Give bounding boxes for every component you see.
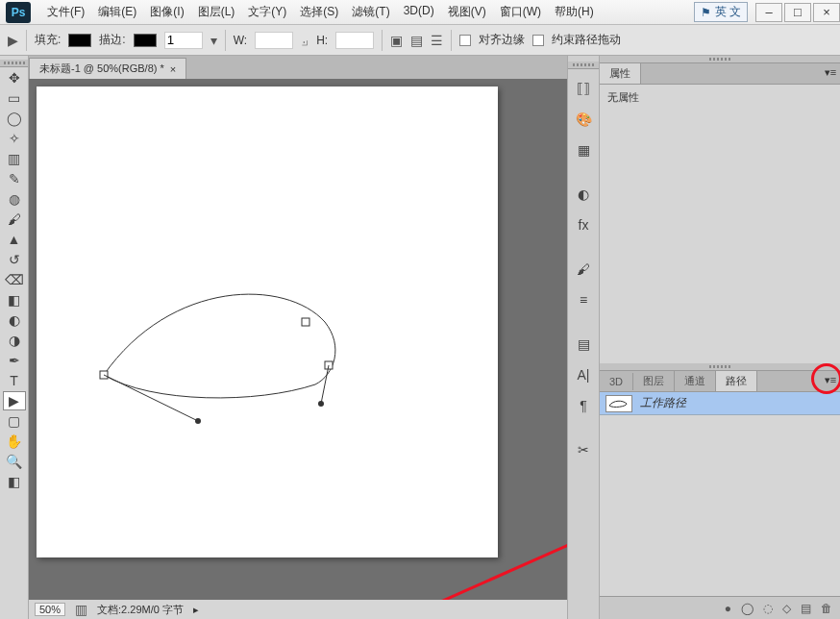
menu-filter[interactable]: 滤镜(T) <box>347 2 394 22</box>
lang-label: 英 文 <box>715 4 741 20</box>
canvas-viewport[interactable] <box>29 79 567 600</box>
document-tab-close[interactable]: × <box>170 63 176 75</box>
path-align-icon[interactable]: ▤ <box>410 33 423 48</box>
status-bar: 50% ▥ 文档:2.29M/0 字节 ▸ <box>29 600 567 619</box>
svg-rect-1 <box>302 318 309 326</box>
pen-tool[interactable]: ✒ <box>3 351 26 370</box>
properties-tab[interactable]: 属性 <box>600 63 641 84</box>
zoom-tool[interactable]: 🔍 <box>3 452 26 471</box>
height-input[interactable] <box>335 32 374 49</box>
tab-3d[interactable]: 3D <box>600 373 633 390</box>
marquee-tool[interactable]: ▭ <box>3 88 26 108</box>
color-panel-icon[interactable]: 🎨 <box>572 108 595 131</box>
shape-tool[interactable]: ▢ <box>3 411 26 431</box>
menu-file[interactable]: 文件(F) <box>42 2 89 22</box>
paragraph-panel-icon[interactable]: ¶ <box>572 394 595 417</box>
hand-tool[interactable]: ✋ <box>3 432 26 451</box>
zoom-field[interactable]: 50% <box>35 603 65 616</box>
document-tab[interactable]: 未标题-1 @ 50%(RGB/8) * × <box>29 58 186 79</box>
panel-grip-mid[interactable] <box>600 363 840 371</box>
constrain-path-checkbox[interactable] <box>532 35 544 46</box>
delete-path-icon[interactable]: 🗑 <box>821 602 832 615</box>
toolbox-grip[interactable] <box>0 60 28 67</box>
clone-stamp-tool[interactable]: ▲ <box>3 230 26 249</box>
menu-window[interactable]: 窗口(W) <box>495 2 546 22</box>
stroke-swatch[interactable] <box>134 34 157 47</box>
work-path-label: 工作路径 <box>640 395 686 411</box>
color-swap-tool[interactable]: ◧ <box>3 472 26 491</box>
swatches-panel-icon[interactable]: ▦ <box>572 138 595 161</box>
layers-mini-icon[interactable]: ▤ <box>572 333 595 356</box>
magic-wand-tool[interactable]: ✧ <box>3 129 26 148</box>
gradient-tool[interactable]: ◧ <box>3 290 26 310</box>
eraser-tool[interactable]: ⌫ <box>3 270 26 289</box>
brush-tool[interactable]: 🖌 <box>3 210 26 229</box>
work-path-row[interactable]: 工作路径 <box>600 392 840 415</box>
character-panel-icon[interactable]: A| <box>572 363 595 386</box>
blur-tool[interactable]: ◐ <box>3 310 26 330</box>
menu-image[interactable]: 图像(I) <box>145 2 188 22</box>
menu-help[interactable]: 帮助(H) <box>550 2 599 22</box>
menu-3d[interactable]: 3D(D) <box>399 2 439 22</box>
options-bar: ▶ 填充: 描边: ▾ W: ⟓ H: ▣ ▤ ☰ 对齐边缘 约束路径拖动 <box>0 25 840 56</box>
align-edges-label: 对齐边缘 <box>479 32 525 48</box>
fill-path-icon[interactable]: ● <box>725 602 731 615</box>
tab-layers[interactable]: 图层 <box>633 371 675 391</box>
path-ops-icon[interactable]: ▣ <box>390 33 403 48</box>
lasso-tool[interactable]: ◯ <box>3 109 26 128</box>
paths-tab-row: 3D 图层 通道 路径 ▾≡ <box>600 371 840 392</box>
document-tab-title: 未标题-1 @ 50%(RGB/8) * <box>39 62 164 76</box>
maximize-button[interactable]: □ <box>784 3 811 22</box>
crop-tool[interactable]: ▥ <box>3 149 26 168</box>
tool-presets-icon[interactable]: ✂ <box>572 438 595 461</box>
align-edges-checkbox[interactable] <box>459 35 471 46</box>
window-thumb-icon[interactable]: ▥ <box>75 602 87 617</box>
tab-paths[interactable]: 路径 <box>716 371 757 391</box>
dodge-tool[interactable]: ◑ <box>3 331 26 350</box>
width-input[interactable] <box>255 32 293 49</box>
canvas[interactable] <box>37 87 498 557</box>
brushes-panel-icon[interactable]: 🖌 <box>572 258 595 281</box>
menu-view[interactable]: 视图(V) <box>443 2 491 22</box>
stroke-type-dropdown[interactable]: ▾ <box>210 33 217 48</box>
adjustments-panel-icon[interactable]: ◐ <box>572 183 595 206</box>
doc-info-arrow-icon[interactable]: ▸ <box>193 604 199 616</box>
selection-to-path-icon[interactable]: ◇ <box>782 602 791 615</box>
svg-line-5 <box>104 375 198 421</box>
paths-panel-menu-icon[interactable]: ▾≡ <box>823 373 838 386</box>
panel-grip-top[interactable] <box>600 56 840 63</box>
strip-grip[interactable] <box>568 62 599 69</box>
menu-edit[interactable]: 编辑(E) <box>93 2 141 22</box>
document-area: 未标题-1 @ 50%(RGB/8) * × <box>29 56 567 619</box>
tab-channels[interactable]: 通道 <box>675 371 716 391</box>
link-wh-icon[interactable]: ⟓ <box>301 33 309 48</box>
path-to-selection-icon[interactable]: ◌ <box>763 602 773 615</box>
histogram-icon[interactable]: ⟦⟧ <box>572 77 595 100</box>
path-selection-tool[interactable]: ▶ <box>3 391 26 410</box>
stroke-path-icon[interactable]: ◯ <box>741 602 754 615</box>
close-button[interactable]: × <box>813 3 840 22</box>
new-path-icon[interactable]: ▤ <box>801 602 811 615</box>
styles-panel-icon[interactable]: fx <box>572 213 595 236</box>
fill-label: 填充: <box>35 32 61 48</box>
type-tool[interactable]: T <box>3 371 26 390</box>
eyedropper-tool[interactable]: ✎ <box>3 169 26 188</box>
title-bar: Ps 文件(F) 编辑(E) 图像(I) 图层(L) 文字(Y) 选择(S) 滤… <box>0 0 840 25</box>
menu-select[interactable]: 选择(S) <box>295 2 343 22</box>
stroke-width-input[interactable] <box>164 32 203 49</box>
healing-brush-tool[interactable]: ◍ <box>3 189 26 209</box>
brush-presets-icon[interactable]: ≡ <box>572 288 595 311</box>
history-brush-tool[interactable]: ↺ <box>3 250 26 269</box>
path-arrange-icon[interactable]: ☰ <box>431 33 443 48</box>
menu-type[interactable]: 文字(Y) <box>243 2 291 22</box>
main-menu: 文件(F) 编辑(E) 图像(I) 图层(L) 文字(Y) 选择(S) 滤镜(T… <box>42 2 694 22</box>
properties-menu-icon[interactable]: ▾≡ <box>823 65 838 79</box>
w-label: W: <box>234 34 247 47</box>
language-indicator[interactable]: ⚑ 英 文 <box>694 2 748 22</box>
properties-panel-body: 无属性 <box>600 85 840 363</box>
paths-empty-area[interactable] <box>600 415 840 596</box>
fill-swatch[interactable] <box>68 34 91 47</box>
minimize-button[interactable]: – <box>755 3 782 22</box>
menu-layer[interactable]: 图层(L) <box>193 2 240 22</box>
move-tool[interactable]: ✥ <box>3 68 26 87</box>
